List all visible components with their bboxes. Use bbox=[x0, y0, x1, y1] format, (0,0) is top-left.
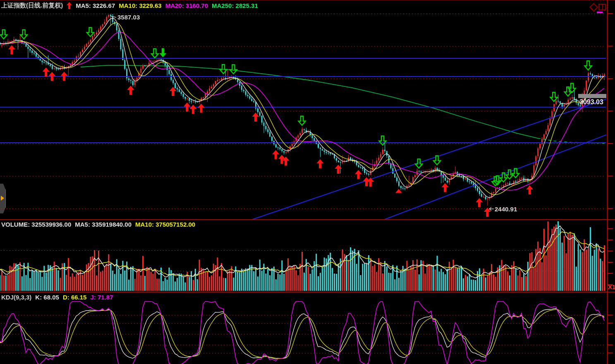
ma5-indicator: MA5: 3226.67 bbox=[76, 2, 115, 9]
kdj-d-value: D: 66.15 bbox=[63, 294, 87, 301]
ma20-indicator: MA20: 3160.70 bbox=[165, 2, 208, 9]
kdj-k-value: K: 68.05 bbox=[35, 294, 59, 301]
ma10-indicator: MA10: 3229.63 bbox=[119, 2, 161, 9]
kdj-header: KDJ(9,3,3) K: 68.05 D: 66.15 J: 71.87 bbox=[1, 294, 113, 301]
peak-price-label: 3587.03 bbox=[117, 14, 140, 21]
volume-header: VOLUME: 325539936.00 MA5: 335919840.00 M… bbox=[1, 221, 195, 228]
ma250-indicator: MA250: 2825.31 bbox=[212, 2, 258, 9]
main-chart-header: 上证指数(日线.前复权) MA5: 3226.67 MA10: 3229.63 … bbox=[1, 2, 258, 10]
trough-price-label: 2440.91 bbox=[495, 206, 517, 213]
symbol-title: 上证指数(日线.前复权) bbox=[1, 2, 63, 10]
kdj-j-value: J: 71.87 bbox=[90, 294, 113, 301]
stock-app-window: 上证指数(日线.前复权) MA5: 3226.67 MA10: 3229.63 … bbox=[0, 0, 615, 364]
volume-ma5: MA5: 335919840.00 bbox=[75, 221, 132, 228]
volume-unit-label: X1 bbox=[608, 283, 615, 290]
up-arrow-icon bbox=[67, 2, 72, 9]
price-tag-label: 3093.03 bbox=[579, 98, 603, 106]
volume-value: VOLUME: 325539936.00 bbox=[1, 221, 71, 228]
volume-ma10: MA10: 375057152.00 bbox=[135, 221, 195, 228]
kdj-title: KDJ(9,3,3) bbox=[1, 294, 31, 301]
chart-canvas[interactable] bbox=[0, 0, 615, 364]
